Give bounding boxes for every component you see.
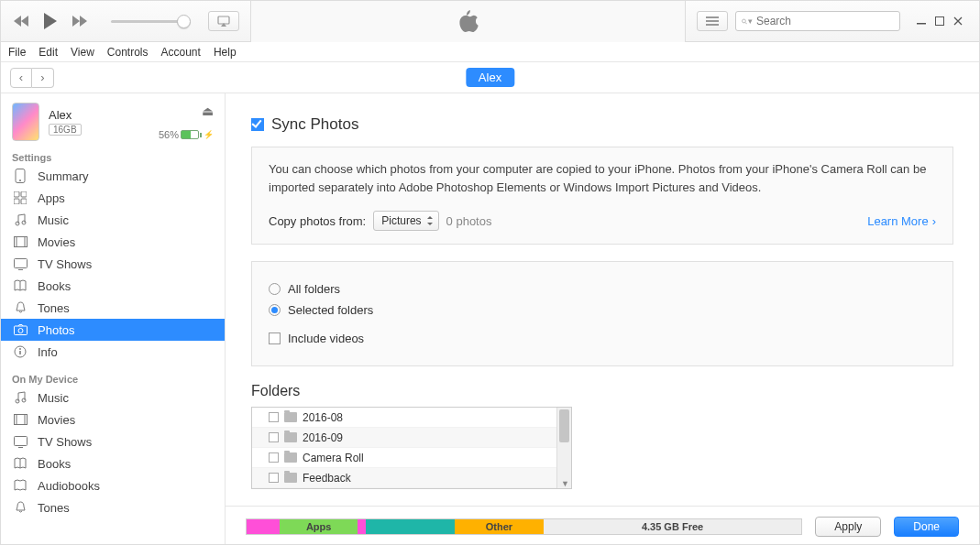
svg-rect-2: [706, 20, 719, 22]
sidebar-item-label: Audiobooks: [38, 479, 100, 493]
radio-all-folders[interactable]: All folders: [269, 282, 936, 296]
nav-back-button[interactable]: ‹: [10, 68, 32, 88]
folder-checkbox[interactable]: [269, 452, 279, 463]
device-item-audiobooks[interactable]: Audiobooks: [1, 474, 225, 496]
folder-row[interactable]: Feedback: [252, 468, 571, 488]
sidebar-item-label: Info: [38, 345, 58, 359]
info-icon: [12, 345, 28, 358]
device-capacity: 16GB: [49, 124, 82, 136]
sidebar-item-label: Movies: [38, 235, 75, 249]
folder-icon: [284, 432, 297, 442]
apps-icon: [12, 191, 28, 204]
sync-photos-title: Sync Photos: [271, 115, 358, 134]
apply-button[interactable]: Apply: [815, 517, 881, 537]
radio-selected-folders[interactable]: Selected folders: [269, 303, 936, 317]
folder-options-panel: All folders Selected folders Include vid…: [251, 261, 953, 366]
device-item-tones[interactable]: Tones: [1, 496, 225, 518]
menu-account[interactable]: Account: [161, 46, 201, 59]
menu-help[interactable]: Help: [214, 46, 237, 59]
search-field[interactable]: ▾: [735, 11, 900, 31]
device-pill[interactable]: Alex: [466, 68, 514, 87]
phone-icon: [12, 169, 28, 183]
sidebar-item-photos[interactable]: Photos: [1, 319, 225, 341]
maximize-button[interactable]: [931, 15, 948, 27]
sync-photos-checkbox[interactable]: [251, 118, 264, 131]
device-name: Alex: [49, 108, 159, 122]
copy-source-select[interactable]: Pictures: [373, 211, 438, 231]
sidebar-item-label: Music: [38, 213, 69, 227]
folder-name: Feedback: [303, 472, 351, 485]
folder-checkbox[interactable]: [269, 473, 279, 483]
device-item-tvshows[interactable]: TV Shows: [1, 431, 225, 452]
device-item-movies[interactable]: Movies: [1, 409, 225, 431]
folder-checkbox[interactable]: [269, 432, 279, 442]
folder-row[interactable]: Camera Roll: [252, 448, 571, 468]
done-button[interactable]: Done: [894, 517, 959, 537]
learn-more-link[interactable]: Learn More ›: [867, 214, 936, 228]
volume-slider[interactable]: [107, 20, 188, 23]
svg-rect-20: [14, 258, 27, 267]
tv-icon: [12, 258, 28, 270]
sidebar-item-label: TV Shows: [38, 257, 92, 271]
minimize-button[interactable]: [913, 15, 930, 27]
checkbox-icon: [269, 332, 281, 344]
nav-row: ‹ › Alex: [1, 62, 979, 93]
books-icon: [12, 279, 28, 292]
folder-checkbox[interactable]: [269, 412, 279, 422]
folder-row[interactable]: 2016-09: [252, 428, 571, 448]
menu-file[interactable]: File: [8, 46, 26, 59]
next-button[interactable]: [69, 10, 91, 32]
charging-icon: ⚡: [204, 130, 214, 139]
sidebar-item-label: Apps: [38, 191, 65, 205]
sidebar-item-tones[interactable]: Tones: [1, 297, 225, 319]
chevron-right-icon: ›: [932, 214, 936, 228]
chevron-down-icon: ▾: [748, 16, 753, 26]
airplay-button[interactable]: [208, 11, 239, 31]
capacity-seg-photos: [247, 519, 280, 534]
audiobook-icon: [12, 479, 28, 492]
search-input[interactable]: [756, 15, 894, 27]
svg-line-5: [745, 22, 747, 24]
svg-rect-12: [14, 199, 19, 204]
folder-scrollbar[interactable]: ▼: [556, 408, 571, 488]
sidebar-item-info[interactable]: Info: [1, 341, 225, 363]
apple-logo-icon: [457, 8, 479, 34]
capacity-bar: Apps Other 4.35 GB Free: [246, 518, 802, 535]
include-videos-checkbox[interactable]: Include videos: [269, 332, 936, 345]
menu-controls[interactable]: Controls: [107, 46, 149, 59]
nav-forward-button[interactable]: ›: [32, 68, 54, 88]
device-item-music[interactable]: Music: [1, 387, 225, 409]
capacity-seg-free: 4.35 GB Free: [544, 519, 801, 534]
folder-row[interactable]: 2016-08: [252, 408, 571, 428]
battery-indicator: 56% ⚡: [159, 129, 214, 140]
photo-count: 0 photos: [446, 214, 492, 228]
device-item-books[interactable]: Books: [1, 452, 225, 474]
bottom-bar: Apps Other 4.35 GB Free Apply Done: [226, 506, 979, 545]
close-button[interactable]: [950, 15, 966, 27]
sidebar-item-books[interactable]: Books: [1, 275, 225, 297]
camera-icon: [12, 324, 28, 335]
folder-list: 2016-08 2016-09 Camera Roll Feedback: [251, 407, 572, 489]
sidebar-item-apps[interactable]: Apps: [1, 187, 225, 209]
sidebar-item-tvshows[interactable]: TV Shows: [1, 253, 225, 275]
radio-icon: [269, 283, 281, 295]
menu-edit[interactable]: Edit: [39, 46, 58, 59]
previous-button[interactable]: [10, 10, 32, 32]
radio-label: All folders: [288, 282, 340, 296]
svg-rect-1: [706, 16, 719, 18]
content-area: Sync Photos You can choose which photos …: [226, 93, 979, 545]
sidebar-item-summary[interactable]: Summary: [1, 165, 225, 187]
svg-rect-13: [21, 199, 27, 204]
menu-view[interactable]: View: [71, 46, 94, 59]
svg-point-9: [19, 180, 21, 181]
list-view-button[interactable]: [697, 11, 728, 31]
copy-from-label: Copy photos from:: [269, 214, 366, 228]
device-header: Alex 16GB ⏏ 56% ⚡: [1, 93, 225, 148]
sidebar: Alex 16GB ⏏ 56% ⚡ Settings Summary Apps: [1, 93, 226, 545]
play-button[interactable]: [39, 10, 61, 32]
sidebar-item-movies[interactable]: Movies: [1, 231, 225, 253]
svg-rect-3: [706, 24, 719, 26]
sidebar-item-label: Summary: [38, 169, 89, 183]
eject-button[interactable]: ⏏: [159, 104, 214, 118]
sidebar-item-music[interactable]: Music: [1, 209, 225, 231]
